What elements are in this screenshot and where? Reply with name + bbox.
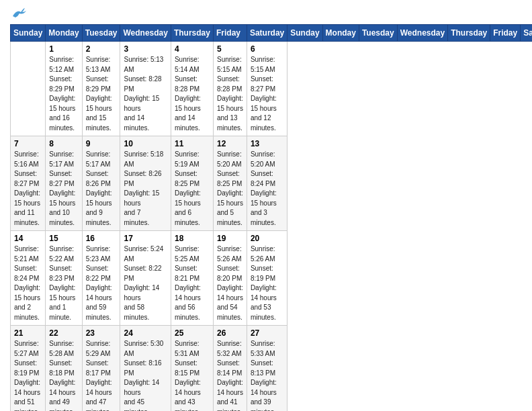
day-info: Sunrise: 5:29 AMSunset: 8:17 PMDaylight:… <box>86 339 117 411</box>
day-number: 23 <box>86 328 117 338</box>
day-info: Sunrise: 5:12 AMSunset: 8:29 PMDaylight:… <box>49 55 78 133</box>
day-number: 15 <box>49 234 78 243</box>
day-number: 6 <box>251 44 283 54</box>
calendar-cell: 1Sunrise: 5:12 AMSunset: 8:29 PMDaylight… <box>46 42 82 136</box>
day-number: 22 <box>49 328 78 338</box>
day-info: Sunrise: 5:22 AMSunset: 8:23 PMDaylight:… <box>49 244 78 322</box>
col-header-thursday: Thursday <box>448 25 490 42</box>
calendar-cell: 27Sunrise: 5:33 AMSunset: 8:13 PMDayligh… <box>247 326 287 412</box>
calendar-cell: 3Sunrise: 5:13 AMSunset: 8:28 PMDaylight… <box>120 42 171 136</box>
day-number: 1 <box>49 44 78 54</box>
col-header-tuesday: Tuesday <box>359 25 397 42</box>
day-number: 3 <box>124 44 167 54</box>
day-info: Sunrise: 5:32 AMSunset: 8:14 PMDaylight:… <box>217 339 243 411</box>
day-info: Sunrise: 5:26 AMSunset: 8:20 PMDaylight:… <box>217 244 243 322</box>
calendar-cell: 24Sunrise: 5:30 AMSunset: 8:16 PMDayligh… <box>120 326 171 412</box>
calendar-week-1: 1Sunrise: 5:12 AMSunset: 8:29 PMDaylight… <box>11 42 533 136</box>
day-info: Sunrise: 5:28 AMSunset: 8:18 PMDaylight:… <box>49 339 78 411</box>
calendar-cell: 22Sunrise: 5:28 AMSunset: 8:18 PMDayligh… <box>46 326 82 412</box>
logo-bird-icon <box>11 7 26 19</box>
calendar-cell: 20Sunrise: 5:26 AMSunset: 8:19 PMDayligh… <box>247 231 287 326</box>
day-number: 19 <box>217 234 243 243</box>
calendar-cell: 13Sunrise: 5:20 AMSunset: 8:24 PMDayligh… <box>247 136 287 231</box>
day-number: 5 <box>217 44 243 54</box>
logo <box>10 7 26 19</box>
day-info: Sunrise: 5:15 AMSunset: 8:28 PMDaylight:… <box>217 55 243 133</box>
day-number: 26 <box>217 328 243 338</box>
calendar-cell: 21Sunrise: 5:27 AMSunset: 8:19 PMDayligh… <box>11 326 46 412</box>
col-header-wednesday: Wednesday <box>397 25 447 42</box>
day-number: 21 <box>14 328 42 338</box>
day-number: 11 <box>175 139 210 148</box>
calendar-week-2: 7Sunrise: 5:16 AMSunset: 8:27 PMDaylight… <box>11 136 533 231</box>
day-info: Sunrise: 5:24 AMSunset: 8:22 PMDaylight:… <box>124 244 167 322</box>
col-header-monday: Monday <box>322 25 359 42</box>
day-number: 9 <box>86 139 117 148</box>
day-info: Sunrise: 5:13 AMSunset: 8:29 PMDaylight:… <box>86 55 117 133</box>
day-number: 24 <box>124 328 167 338</box>
day-number: 17 <box>124 234 167 243</box>
calendar-week-3: 14Sunrise: 5:21 AMSunset: 8:24 PMDayligh… <box>11 231 533 326</box>
calendar-cell <box>11 42 46 136</box>
col-header-saturday: Saturday <box>521 25 532 42</box>
calendar-cell: 18Sunrise: 5:25 AMSunset: 8:21 PMDayligh… <box>171 231 213 326</box>
day-info: Sunrise: 5:31 AMSunset: 8:15 PMDaylight:… <box>175 339 210 411</box>
day-info: Sunrise: 5:17 AMSunset: 8:27 PMDaylight:… <box>49 150 78 228</box>
calendar-cell: 6Sunrise: 5:15 AMSunset: 8:27 PMDaylight… <box>247 42 287 136</box>
day-number: 10 <box>124 139 167 148</box>
calendar-cell: 2Sunrise: 5:13 AMSunset: 8:29 PMDaylight… <box>82 42 120 136</box>
calendar-cell: 4Sunrise: 5:14 AMSunset: 8:28 PMDaylight… <box>171 42 213 136</box>
calendar-cell: 12Sunrise: 5:20 AMSunset: 8:25 PMDayligh… <box>213 136 247 231</box>
calendar-cell: 8Sunrise: 5:17 AMSunset: 8:27 PMDaylight… <box>46 136 82 231</box>
calendar-week-4: 21Sunrise: 5:27 AMSunset: 8:19 PMDayligh… <box>11 326 533 412</box>
day-number: 12 <box>217 139 243 148</box>
day-info: Sunrise: 5:18 AMSunset: 8:26 PMDaylight:… <box>124 150 167 228</box>
day-info: Sunrise: 5:27 AMSunset: 8:19 PMDaylight:… <box>14 339 42 411</box>
day-number: 27 <box>251 328 283 338</box>
day-number: 20 <box>251 234 283 243</box>
header-monday: Monday <box>46 25 82 42</box>
col-header-sunday: Sunday <box>287 25 322 42</box>
day-info: Sunrise: 5:14 AMSunset: 8:28 PMDaylight:… <box>175 55 210 133</box>
day-number: 25 <box>175 328 210 338</box>
day-info: Sunrise: 5:30 AMSunset: 8:16 PMDaylight:… <box>124 339 167 411</box>
day-number: 16 <box>86 234 117 243</box>
page-header <box>10 7 522 19</box>
calendar-cell: 11Sunrise: 5:19 AMSunset: 8:25 PMDayligh… <box>171 136 213 231</box>
day-info: Sunrise: 5:20 AMSunset: 8:24 PMDaylight:… <box>251 150 283 228</box>
day-info: Sunrise: 5:26 AMSunset: 8:19 PMDaylight:… <box>251 244 283 322</box>
day-number: 7 <box>14 139 42 148</box>
day-info: Sunrise: 5:33 AMSunset: 8:13 PMDaylight:… <box>251 339 283 411</box>
day-number: 13 <box>251 139 283 148</box>
calendar-cell: 23Sunrise: 5:29 AMSunset: 8:17 PMDayligh… <box>82 326 120 412</box>
calendar-cell: 9Sunrise: 5:17 AMSunset: 8:26 PMDaylight… <box>82 136 120 231</box>
day-info: Sunrise: 5:15 AMSunset: 8:27 PMDaylight:… <box>251 55 283 133</box>
calendar-table: SundayMondayTuesdayWednesdayThursdayFrid… <box>10 24 532 411</box>
day-number: 4 <box>175 44 210 54</box>
header-friday: Friday <box>213 25 247 42</box>
header-sunday: Sunday <box>11 25 46 42</box>
day-number: 14 <box>14 234 42 243</box>
calendar-cell: 26Sunrise: 5:32 AMSunset: 8:14 PMDayligh… <box>213 326 247 412</box>
calendar-cell: 19Sunrise: 5:26 AMSunset: 8:20 PMDayligh… <box>213 231 247 326</box>
header-thursday: Thursday <box>171 25 213 42</box>
col-header-friday: Friday <box>490 25 521 42</box>
day-info: Sunrise: 5:23 AMSunset: 8:22 PMDaylight:… <box>86 244 117 322</box>
calendar-cell: 16Sunrise: 5:23 AMSunset: 8:22 PMDayligh… <box>82 231 120 326</box>
day-info: Sunrise: 5:17 AMSunset: 8:26 PMDaylight:… <box>86 150 117 228</box>
calendar-cell: 14Sunrise: 5:21 AMSunset: 8:24 PMDayligh… <box>11 231 46 326</box>
calendar-cell: 7Sunrise: 5:16 AMSunset: 8:27 PMDaylight… <box>11 136 46 231</box>
calendar-cell: 15Sunrise: 5:22 AMSunset: 8:23 PMDayligh… <box>46 231 82 326</box>
day-info: Sunrise: 5:21 AMSunset: 8:24 PMDaylight:… <box>14 244 42 322</box>
header-saturday: Saturday <box>247 25 287 42</box>
day-info: Sunrise: 5:13 AMSunset: 8:28 PMDaylight:… <box>124 55 167 133</box>
day-info: Sunrise: 5:16 AMSunset: 8:27 PMDaylight:… <box>14 150 42 228</box>
calendar-header-row: SundayMondayTuesdayWednesdayThursdayFrid… <box>11 25 533 42</box>
header-wednesday: Wednesday <box>120 25 171 42</box>
day-info: Sunrise: 5:20 AMSunset: 8:25 PMDaylight:… <box>217 150 243 228</box>
calendar-cell: 25Sunrise: 5:31 AMSunset: 8:15 PMDayligh… <box>171 326 213 412</box>
day-number: 2 <box>86 44 117 54</box>
day-number: 18 <box>175 234 210 243</box>
header-tuesday: Tuesday <box>82 25 120 42</box>
calendar-cell: 5Sunrise: 5:15 AMSunset: 8:28 PMDaylight… <box>213 42 247 136</box>
